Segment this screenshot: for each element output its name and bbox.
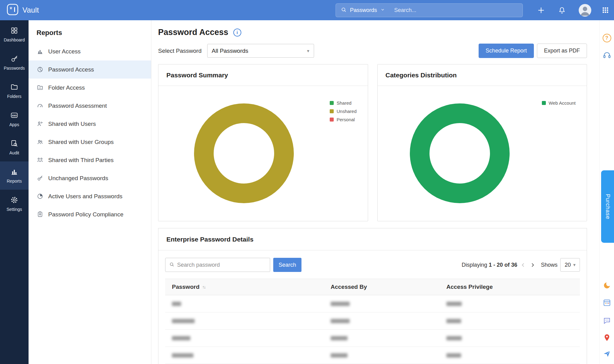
password-details-table: Password ↑↓ Accessed By Access Privilege bbox=[165, 279, 580, 364]
table-row bbox=[165, 347, 580, 364]
purchase-tab[interactable]: Purchase bbox=[601, 170, 614, 243]
widgets-calendar-icon[interactable] bbox=[603, 299, 611, 307]
redacted-cell bbox=[172, 336, 190, 340]
key-icon bbox=[10, 55, 18, 63]
redacted-cell bbox=[172, 302, 181, 306]
send-feedback-plane-icon[interactable] bbox=[603, 350, 611, 358]
pagination: Displaying 1 - 20 of 36 Shows 20 ▾ bbox=[462, 258, 580, 272]
report-item-password-policy-compliance[interactable]: Password Policy Compliance bbox=[29, 205, 151, 223]
location-pin-icon[interactable] bbox=[603, 334, 611, 342]
column-header-access-privilege: Access Privilege bbox=[440, 284, 580, 290]
sidebar-item-audit[interactable]: Audit bbox=[0, 133, 29, 161]
add-button[interactable] bbox=[537, 6, 545, 14]
report-item-label: Shared with Third Parties bbox=[48, 157, 114, 164]
legend-swatch bbox=[330, 109, 334, 113]
report-item-password-assessment[interactable]: Password Assessment bbox=[29, 97, 151, 115]
svg-text:SSO: SSO bbox=[12, 114, 17, 117]
displaying-range: 1 - 20 of 36 bbox=[489, 262, 517, 268]
legend-label: Shared bbox=[336, 100, 351, 106]
redacted-cell bbox=[172, 319, 195, 323]
sidebar-item-label: Apps bbox=[10, 122, 19, 127]
redacted-cell bbox=[446, 336, 462, 340]
sidebar-item-reports[interactable]: Reports bbox=[0, 161, 29, 190]
page-size-dropdown[interactable]: 20 ▾ bbox=[560, 258, 580, 272]
legend-label: Web Account bbox=[549, 100, 576, 106]
column-header-password[interactable]: Password ↑↓ bbox=[165, 284, 324, 290]
report-item-folder-access[interactable]: Folder Access bbox=[29, 79, 151, 97]
topbar-right: Passwords bbox=[336, 3, 609, 17]
details-title: Enterprise Password Details bbox=[158, 228, 587, 250]
gauge-icon bbox=[37, 103, 43, 109]
legend-item-personal: Personal bbox=[330, 117, 356, 122]
report-actions: Schedule Report Export as PDF bbox=[479, 44, 587, 58]
report-item-label: Shared with Users bbox=[48, 121, 96, 127]
categories-distribution-title: Categories Distribution bbox=[378, 64, 587, 86]
sort-icon[interactable]: ↑↓ bbox=[202, 285, 206, 289]
chevron-down-icon: ▾ bbox=[307, 48, 309, 54]
sso-apps-icon: SSO bbox=[10, 111, 18, 119]
schedule-report-button[interactable]: Schedule Report bbox=[479, 44, 534, 58]
report-item-shared-with-third-parties[interactable]: Shared with Third Parties bbox=[29, 151, 151, 169]
report-item-shared-with-user-groups[interactable]: Shared with User Groups bbox=[29, 133, 151, 151]
sidebar-item-settings[interactable]: Settings bbox=[0, 190, 29, 218]
sidebar-item-label: Folders bbox=[7, 94, 21, 99]
help-icon[interactable]: ? bbox=[603, 34, 611, 42]
sidebar-item-label: Passwords bbox=[4, 66, 25, 71]
chevron-right-icon[interactable] bbox=[529, 262, 536, 268]
svg-text:*: * bbox=[10, 6, 12, 14]
password-search-input[interactable] bbox=[177, 262, 266, 268]
export-pdf-button[interactable]: Export as PDF bbox=[537, 44, 587, 58]
folder-chart-icon bbox=[37, 84, 43, 91]
support-headset-icon[interactable] bbox=[603, 51, 611, 60]
report-item-unchanged-passwords[interactable]: Unchanged Passwords bbox=[29, 169, 151, 187]
report-item-shared-with-users[interactable]: Shared with Users bbox=[29, 115, 151, 133]
info-icon[interactable]: i bbox=[233, 29, 241, 37]
search-button[interactable]: Search bbox=[273, 258, 301, 272]
app-logo[interactable]: * Vault bbox=[7, 4, 39, 17]
right-rail: ? Purchase bbox=[599, 20, 614, 364]
redacted-cell bbox=[446, 302, 462, 306]
chevron-down-icon bbox=[380, 7, 385, 13]
select-password-label: Select Password bbox=[158, 48, 202, 54]
legend-label: Unshared bbox=[336, 109, 356, 114]
categories-distribution-legend: Web Account bbox=[542, 100, 576, 106]
app-body: Dashboard Passwords Folders SSO Apps Aud… bbox=[0, 20, 614, 364]
categories-distribution-donut bbox=[410, 103, 510, 203]
sidebar-item-passwords[interactable]: Passwords bbox=[0, 48, 29, 77]
column-header-accessed-by: Accessed By bbox=[324, 284, 440, 290]
search-scope-label: Passwords bbox=[350, 7, 377, 14]
password-summary-title: Password Summary bbox=[158, 64, 368, 86]
chevron-left-icon[interactable] bbox=[520, 262, 527, 268]
gear-icon bbox=[10, 196, 18, 204]
folder-icon bbox=[10, 83, 18, 91]
search-input[interactable] bbox=[390, 7, 523, 14]
redacted-cell bbox=[331, 319, 350, 323]
legend-item-unshared: Unshared bbox=[330, 109, 356, 114]
sidebar-item-dashboard[interactable]: Dashboard bbox=[0, 20, 29, 48]
policy-clipboard-icon bbox=[37, 211, 43, 218]
report-item-password-access[interactable]: Password Access bbox=[29, 60, 151, 79]
question-mark-icon: ? bbox=[603, 34, 611, 42]
notifications-bell-icon[interactable] bbox=[558, 6, 566, 14]
chevron-down-icon: ▾ bbox=[573, 262, 576, 268]
password-select-dropdown[interactable]: All Passwords ▾ bbox=[207, 44, 314, 58]
report-item-active-users-and-passwords[interactable]: Active Users and Passwords bbox=[29, 187, 151, 205]
search-scope-dropdown[interactable]: Passwords bbox=[336, 4, 390, 17]
redacted-cell bbox=[446, 319, 461, 323]
chat-feedback-icon[interactable] bbox=[603, 317, 611, 325]
sidebar-item-label: Settings bbox=[6, 207, 22, 212]
report-item-label: Unchanged Passwords bbox=[48, 175, 108, 182]
key-small-icon bbox=[37, 175, 43, 181]
sidebar-item-apps[interactable]: SSO Apps bbox=[0, 105, 29, 133]
pie-chart-icon bbox=[37, 66, 43, 73]
night-mode-moon-icon[interactable] bbox=[603, 281, 611, 289]
user-avatar[interactable] bbox=[579, 4, 591, 17]
vault-logo-icon: * bbox=[7, 4, 18, 17]
redacted-cell bbox=[446, 353, 461, 358]
sidebar-item-folders[interactable]: Folders bbox=[0, 77, 29, 105]
charts-row: Password Summary Shared Unshared bbox=[158, 64, 587, 221]
redacted-cell bbox=[331, 353, 348, 358]
table-header-row: Password ↑↓ Accessed By Access Privilege bbox=[165, 279, 580, 295]
report-item-user-access[interactable]: User Access bbox=[29, 42, 151, 60]
app-switcher-grid-icon[interactable] bbox=[602, 6, 609, 14]
